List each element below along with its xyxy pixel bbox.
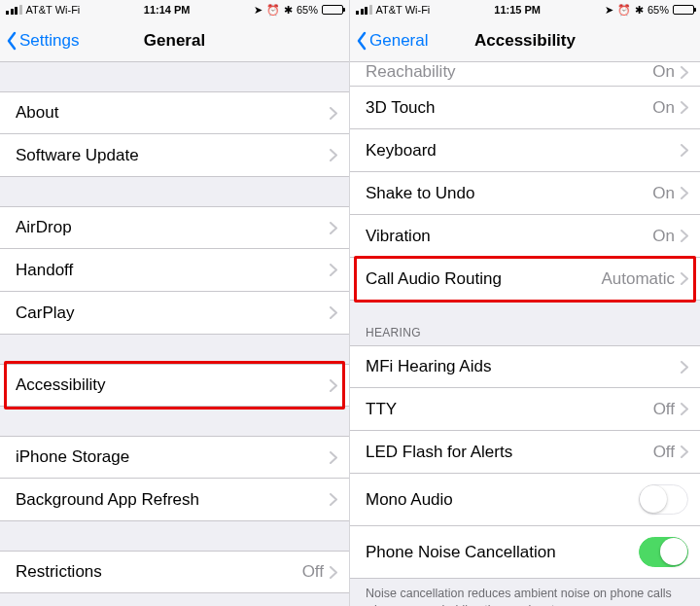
chevron-right-icon	[681, 403, 688, 415]
screenshot-accessibility-settings: AT&T Wi-Fi 11:15 PM ➤ ⏰ ✱ 65% General Ac…	[350, 0, 700, 606]
back-button[interactable]: General	[350, 31, 434, 51]
clock: 11:15 PM	[430, 4, 605, 16]
nav-bar: General Accessibility	[350, 19, 700, 62]
alarm-icon: ⏰	[266, 4, 280, 17]
row-label: Shake to Undo	[366, 184, 652, 203]
battery-percent: 65%	[297, 4, 318, 16]
row-carplay[interactable]: CarPlay	[0, 292, 349, 335]
row-airdrop[interactable]: AirDrop	[0, 206, 349, 249]
chevron-right-icon	[330, 379, 337, 392]
back-button[interactable]: Settings	[0, 31, 85, 51]
chevron-right-icon	[681, 101, 688, 114]
row-label: Software Update	[16, 146, 330, 165]
row-value: Off	[653, 443, 675, 462]
row-label: MFi Hearing Aids	[366, 357, 681, 376]
row-label: 3D Touch	[366, 98, 652, 118]
location-icon: ➤	[254, 4, 262, 17]
row-label: Keyboard	[366, 141, 681, 160]
chevron-right-icon	[681, 187, 688, 199]
row-label: AirDrop	[16, 218, 330, 237]
row-label: Accessibility	[16, 375, 330, 395]
row-label: iPhone Storage	[16, 447, 330, 467]
chevron-left-icon	[356, 31, 368, 51]
row-label: Mono Audio	[366, 490, 639, 510]
row-label: Handoff	[16, 261, 330, 280]
bluetooth-icon: ✱	[635, 4, 644, 17]
back-label: Settings	[19, 31, 79, 51]
row-restrictions[interactable]: Restrictions Off	[0, 551, 349, 593]
chevron-right-icon	[681, 361, 688, 374]
carrier-label: AT&T Wi-Fi	[26, 4, 81, 16]
status-bar: AT&T Wi-Fi 11:15 PM ➤ ⏰ ✱ 65%	[350, 0, 700, 19]
row-shake-to-undo[interactable]: Shake to Undo On	[350, 172, 700, 215]
settings-list: Reachability On 3D Touch On Keyboard Sha…	[350, 62, 700, 606]
battery-icon	[322, 5, 343, 15]
battery-icon	[673, 5, 694, 15]
chevron-right-icon	[681, 272, 688, 285]
row-3d-touch[interactable]: 3D Touch On	[350, 87, 700, 129]
row-value: Automatic	[601, 269, 675, 289]
row-label: Vibration	[366, 227, 652, 246]
row-reachability[interactable]: Reachability On	[350, 62, 700, 87]
chevron-right-icon	[330, 107, 337, 120]
row-label: Reachability	[366, 62, 652, 82]
screenshot-general-settings: AT&T Wi-Fi 11:14 PM ➤ ⏰ ✱ 65% Settings G…	[0, 0, 350, 606]
section-header-hearing: HEARING	[350, 320, 700, 345]
row-mfi-hearing-aids[interactable]: MFi Hearing Aids	[350, 345, 700, 388]
row-accessibility[interactable]: Accessibility	[0, 364, 349, 407]
row-handoff[interactable]: Handoff	[0, 249, 349, 292]
chevron-right-icon	[330, 493, 337, 506]
chevron-right-icon	[681, 66, 688, 79]
alarm-icon: ⏰	[617, 4, 631, 17]
row-value: Off	[302, 562, 324, 582]
row-software-update[interactable]: Software Update	[0, 134, 349, 177]
row-value: Off	[653, 400, 675, 419]
chevron-right-icon	[330, 222, 337, 234]
row-value: On	[652, 62, 675, 82]
settings-list: About Software Update AirDrop Handoff	[0, 62, 349, 606]
chevron-right-icon	[330, 566, 337, 579]
row-value: On	[652, 227, 675, 246]
row-keyboard[interactable]: Keyboard	[350, 129, 700, 172]
row-label: Phone Noise Cancellation	[366, 543, 639, 562]
row-about[interactable]: About	[0, 91, 349, 134]
chevron-right-icon	[681, 230, 688, 242]
chevron-left-icon	[6, 31, 18, 51]
chevron-right-icon	[681, 446, 688, 458]
row-background-app-refresh[interactable]: Background App Refresh	[0, 479, 349, 521]
bluetooth-icon: ✱	[284, 4, 293, 17]
row-mono-audio[interactable]: Mono Audio	[350, 474, 700, 526]
location-icon: ➤	[605, 4, 613, 17]
chevron-right-icon	[330, 149, 337, 161]
row-tty[interactable]: TTY Off	[350, 388, 700, 431]
chevron-right-icon	[681, 144, 688, 157]
row-vibration[interactable]: Vibration On	[350, 215, 700, 258]
chevron-right-icon	[330, 264, 337, 276]
row-label: Call Audio Routing	[366, 269, 601, 289]
row-iphone-storage[interactable]: iPhone Storage	[0, 436, 349, 479]
chevron-right-icon	[330, 451, 337, 464]
carrier-label: AT&T Wi-Fi	[376, 4, 431, 16]
signal-icon	[356, 5, 372, 15]
status-bar: AT&T Wi-Fi 11:14 PM ➤ ⏰ ✱ 65%	[0, 0, 349, 19]
battery-percent: 65%	[648, 4, 669, 16]
chevron-right-icon	[330, 306, 337, 319]
row-label: CarPlay	[16, 303, 330, 323]
back-label: General	[369, 31, 428, 51]
section-footer-hearing: Noise cancellation reduces ambient noise…	[350, 579, 700, 606]
row-label: Restrictions	[16, 562, 302, 582]
toggle-mono-audio[interactable]	[639, 484, 688, 515]
signal-icon	[6, 5, 22, 15]
row-label: TTY	[366, 400, 653, 419]
row-call-audio-routing[interactable]: Call Audio Routing Automatic	[350, 258, 700, 301]
row-label: Background App Refresh	[16, 490, 330, 510]
row-value: On	[652, 184, 675, 203]
row-value: On	[652, 98, 675, 118]
row-phone-noise-cancellation[interactable]: Phone Noise Cancellation	[350, 526, 700, 579]
row-label: LED Flash for Alerts	[366, 443, 653, 462]
toggle-phone-noise-cancellation[interactable]	[639, 537, 688, 567]
nav-bar: Settings General	[0, 19, 349, 62]
clock: 11:14 PM	[80, 4, 254, 16]
row-led-flash-for-alerts[interactable]: LED Flash for Alerts Off	[350, 431, 700, 474]
row-label: About	[16, 103, 330, 123]
